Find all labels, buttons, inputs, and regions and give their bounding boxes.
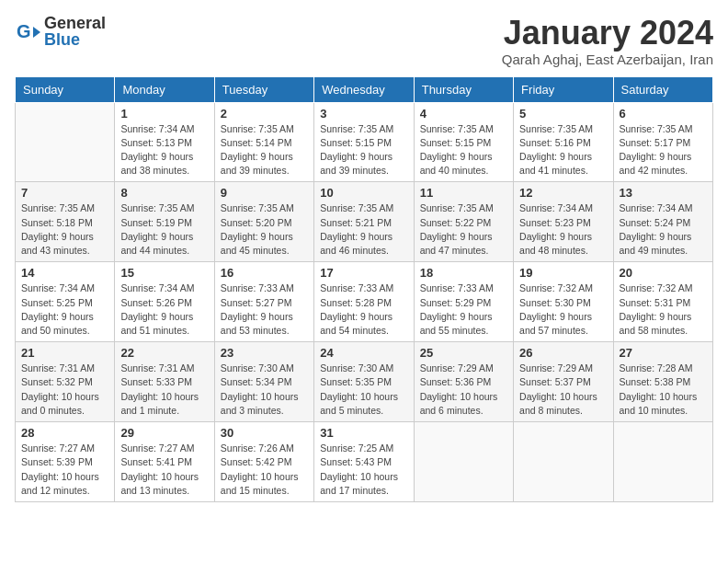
- calendar-body: 1Sunrise: 7:34 AMSunset: 5:13 PMDaylight…: [16, 102, 713, 501]
- col-monday: Monday: [115, 76, 214, 102]
- day-number: 5: [519, 107, 607, 121]
- day-number: 18: [420, 266, 507, 280]
- day-info: Sunrise: 7:33 AMSunset: 5:28 PMDaylight:…: [320, 282, 407, 338]
- day-info: Sunrise: 7:33 AMSunset: 5:27 PMDaylight:…: [221, 282, 308, 338]
- calendar-cell: [514, 422, 613, 502]
- calendar-cell: 27Sunrise: 7:28 AMSunset: 5:38 PMDayligh…: [613, 342, 712, 422]
- calendar-cell: [414, 422, 513, 502]
- day-number: 29: [120, 426, 208, 440]
- calendar-cell: 26Sunrise: 7:29 AMSunset: 5:37 PMDayligh…: [514, 342, 613, 422]
- day-info: Sunrise: 7:34 AMSunset: 5:13 PMDaylight:…: [120, 122, 208, 178]
- day-number: 4: [420, 107, 507, 121]
- day-number: 28: [21, 426, 108, 440]
- svg-marker-1: [33, 27, 40, 38]
- day-info: Sunrise: 7:32 AMSunset: 5:30 PMDaylight:…: [519, 282, 607, 338]
- calendar-cell: 17Sunrise: 7:33 AMSunset: 5:28 PMDayligh…: [314, 262, 414, 342]
- calendar-cell: 19Sunrise: 7:32 AMSunset: 5:30 PMDayligh…: [514, 262, 613, 342]
- day-number: 11: [420, 186, 507, 200]
- day-info: Sunrise: 7:30 AMSunset: 5:35 PMDaylight:…: [320, 362, 407, 418]
- day-info: Sunrise: 7:26 AMSunset: 5:42 PMDaylight:…: [221, 442, 308, 498]
- day-number: 17: [320, 266, 407, 280]
- day-info: Sunrise: 7:35 AMSunset: 5:18 PMDaylight:…: [21, 201, 108, 258]
- calendar-cell: 3Sunrise: 7:35 AMSunset: 5:15 PMDaylight…: [314, 102, 414, 182]
- day-number: 27: [620, 346, 707, 360]
- title-area: January 2024 Qarah Aghaj, East Azerbaija…: [502, 15, 713, 67]
- col-tuesday: Tuesday: [214, 76, 313, 102]
- calendar-cell: 16Sunrise: 7:33 AMSunset: 5:27 PMDayligh…: [214, 262, 313, 342]
- day-number: 9: [221, 186, 308, 200]
- logo-icon: G: [15, 19, 40, 45]
- col-saturday: Saturday: [613, 76, 712, 102]
- col-wednesday: Wednesday: [314, 76, 414, 102]
- calendar-cell: 11Sunrise: 7:35 AMSunset: 5:22 PMDayligh…: [414, 182, 513, 262]
- day-info: Sunrise: 7:35 AMSunset: 5:22 PMDaylight:…: [420, 201, 507, 258]
- day-info: Sunrise: 7:25 AMSunset: 5:43 PMDaylight:…: [320, 442, 407, 498]
- day-number: 7: [21, 186, 108, 200]
- day-info: Sunrise: 7:32 AMSunset: 5:31 PMDaylight:…: [620, 282, 707, 338]
- day-number: 20: [620, 266, 707, 280]
- weekday-row: Sunday Monday Tuesday Wednesday Thursday…: [16, 76, 713, 102]
- calendar-cell: 18Sunrise: 7:33 AMSunset: 5:29 PMDayligh…: [414, 262, 513, 342]
- day-number: 2: [221, 107, 308, 121]
- day-info: Sunrise: 7:35 AMSunset: 5:16 PMDaylight:…: [519, 122, 607, 178]
- calendar-cell: 15Sunrise: 7:34 AMSunset: 5:26 PMDayligh…: [115, 262, 214, 342]
- calendar-cell: [16, 102, 115, 182]
- calendar-cell: 14Sunrise: 7:34 AMSunset: 5:25 PMDayligh…: [16, 262, 115, 342]
- day-number: 10: [320, 186, 407, 200]
- calendar-cell: 22Sunrise: 7:31 AMSunset: 5:33 PMDayligh…: [115, 342, 214, 422]
- day-number: 12: [519, 186, 607, 200]
- day-info: Sunrise: 7:31 AMSunset: 5:33 PMDaylight:…: [120, 362, 208, 418]
- calendar-cell: 25Sunrise: 7:29 AMSunset: 5:36 PMDayligh…: [414, 342, 513, 422]
- logo-blue: Blue: [44, 31, 106, 50]
- day-number: 26: [519, 346, 607, 360]
- calendar-cell: 20Sunrise: 7:32 AMSunset: 5:31 PMDayligh…: [613, 262, 712, 342]
- calendar-cell: 21Sunrise: 7:31 AMSunset: 5:32 PMDayligh…: [16, 342, 115, 422]
- calendar-cell: 28Sunrise: 7:27 AMSunset: 5:39 PMDayligh…: [16, 422, 115, 502]
- calendar-cell: 2Sunrise: 7:35 AMSunset: 5:14 PMDaylight…: [214, 102, 313, 182]
- day-number: 15: [120, 266, 208, 280]
- calendar-cell: 10Sunrise: 7:35 AMSunset: 5:21 PMDayligh…: [314, 182, 414, 262]
- day-info: Sunrise: 7:34 AMSunset: 5:25 PMDaylight:…: [21, 282, 108, 338]
- day-info: Sunrise: 7:30 AMSunset: 5:34 PMDaylight:…: [221, 362, 308, 418]
- calendar-cell: 8Sunrise: 7:35 AMSunset: 5:19 PMDaylight…: [115, 182, 214, 262]
- day-info: Sunrise: 7:34 AMSunset: 5:23 PMDaylight:…: [519, 201, 607, 258]
- calendar-cell: 7Sunrise: 7:35 AMSunset: 5:18 PMDaylight…: [16, 182, 115, 262]
- day-number: 30: [221, 426, 308, 440]
- calendar-week-1: 1Sunrise: 7:34 AMSunset: 5:13 PMDaylight…: [16, 102, 713, 182]
- day-number: 24: [320, 346, 407, 360]
- day-info: Sunrise: 7:34 AMSunset: 5:24 PMDaylight:…: [620, 201, 707, 258]
- day-info: Sunrise: 7:34 AMSunset: 5:26 PMDaylight:…: [120, 282, 208, 338]
- calendar-cell: 31Sunrise: 7:25 AMSunset: 5:43 PMDayligh…: [314, 422, 414, 502]
- day-number: 16: [221, 266, 308, 280]
- col-thursday: Thursday: [414, 76, 513, 102]
- day-info: Sunrise: 7:29 AMSunset: 5:37 PMDaylight:…: [519, 362, 607, 418]
- day-info: Sunrise: 7:35 AMSunset: 5:21 PMDaylight:…: [320, 201, 407, 258]
- day-info: Sunrise: 7:35 AMSunset: 5:19 PMDaylight:…: [120, 201, 208, 258]
- day-number: 3: [320, 107, 407, 121]
- calendar-cell: 9Sunrise: 7:35 AMSunset: 5:20 PMDaylight…: [214, 182, 313, 262]
- day-info: Sunrise: 7:35 AMSunset: 5:15 PMDaylight:…: [420, 122, 507, 178]
- day-number: 14: [21, 266, 108, 280]
- calendar-week-2: 7Sunrise: 7:35 AMSunset: 5:18 PMDaylight…: [16, 182, 713, 262]
- calendar-cell: 13Sunrise: 7:34 AMSunset: 5:24 PMDayligh…: [613, 182, 712, 262]
- day-number: 19: [519, 266, 607, 280]
- calendar-cell: 30Sunrise: 7:26 AMSunset: 5:42 PMDayligh…: [214, 422, 313, 502]
- day-number: 25: [420, 346, 507, 360]
- calendar-cell: 29Sunrise: 7:27 AMSunset: 5:41 PMDayligh…: [115, 422, 214, 502]
- calendar-cell: 24Sunrise: 7:30 AMSunset: 5:35 PMDayligh…: [314, 342, 414, 422]
- logo-text: General Blue: [44, 15, 106, 50]
- day-info: Sunrise: 7:27 AMSunset: 5:41 PMDaylight:…: [120, 442, 208, 498]
- calendar-cell: 6Sunrise: 7:35 AMSunset: 5:17 PMDaylight…: [613, 102, 712, 182]
- calendar: Sunday Monday Tuesday Wednesday Thursday…: [15, 76, 713, 502]
- month-title: January 2024: [502, 15, 713, 52]
- calendar-cell: 4Sunrise: 7:35 AMSunset: 5:15 PMDaylight…: [414, 102, 513, 182]
- day-number: 22: [120, 346, 208, 360]
- day-number: 31: [320, 426, 407, 440]
- day-info: Sunrise: 7:33 AMSunset: 5:29 PMDaylight:…: [420, 282, 507, 338]
- calendar-cell: 12Sunrise: 7:34 AMSunset: 5:23 PMDayligh…: [514, 182, 613, 262]
- calendar-week-3: 14Sunrise: 7:34 AMSunset: 5:25 PMDayligh…: [16, 262, 713, 342]
- day-info: Sunrise: 7:35 AMSunset: 5:17 PMDaylight:…: [620, 122, 707, 178]
- col-friday: Friday: [514, 76, 613, 102]
- calendar-cell: 23Sunrise: 7:30 AMSunset: 5:34 PMDayligh…: [214, 342, 313, 422]
- day-info: Sunrise: 7:35 AMSunset: 5:14 PMDaylight:…: [221, 122, 308, 178]
